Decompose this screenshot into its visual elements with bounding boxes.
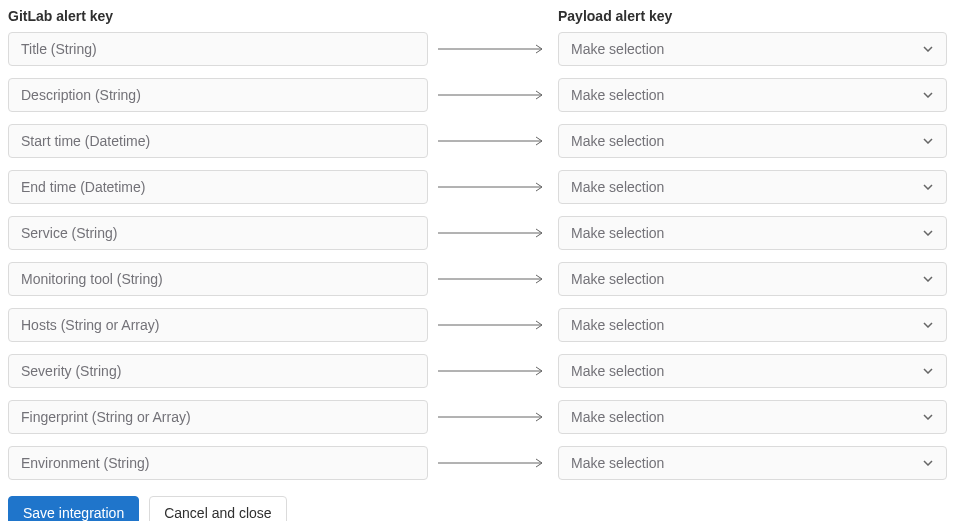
payload-select-label: Make selection xyxy=(571,271,664,287)
gitlab-alert-key-field: Severity (String) xyxy=(8,354,428,388)
mapping-row: Description (String)Make selection xyxy=(8,78,947,112)
arrow-right-icon xyxy=(428,320,558,330)
payload-alert-key-select[interactable]: Make selection xyxy=(558,32,947,66)
mapping-row: Severity (String)Make selection xyxy=(8,354,947,388)
gitlab-alert-key-field: Service (String) xyxy=(8,216,428,250)
chevron-down-icon xyxy=(922,181,934,193)
arrow-right-icon xyxy=(428,136,558,146)
arrow-right-icon xyxy=(428,182,558,192)
gitlab-alert-key-field: Hosts (String or Array) xyxy=(8,308,428,342)
payload-key-header: Payload alert key xyxy=(558,8,947,24)
gitlab-alert-key-field: Fingerprint (String or Array) xyxy=(8,400,428,434)
mapping-row: Title (String)Make selection xyxy=(8,32,947,66)
mapping-row: Environment (String)Make selection xyxy=(8,446,947,480)
payload-alert-key-select[interactable]: Make selection xyxy=(558,400,947,434)
save-integration-button[interactable]: Save integration xyxy=(8,496,139,521)
payload-select-label: Make selection xyxy=(571,133,664,149)
arrow-right-icon xyxy=(428,458,558,468)
payload-alert-key-select[interactable]: Make selection xyxy=(558,124,947,158)
cancel-and-close-button[interactable]: Cancel and close xyxy=(149,496,286,521)
mapping-row: Monitoring tool (String)Make selection xyxy=(8,262,947,296)
gitlab-alert-key-field: End time (Datetime) xyxy=(8,170,428,204)
header-row: GitLab alert key Payload alert key xyxy=(8,8,947,24)
gitlab-alert-key-field: Title (String) xyxy=(8,32,428,66)
payload-alert-key-select[interactable]: Make selection xyxy=(558,446,947,480)
payload-select-label: Make selection xyxy=(571,317,664,333)
payload-select-label: Make selection xyxy=(571,409,664,425)
arrow-right-icon xyxy=(428,228,558,238)
mapping-row: End time (Datetime)Make selection xyxy=(8,170,947,204)
gitlab-key-header: GitLab alert key xyxy=(8,8,428,24)
arrow-right-icon xyxy=(428,274,558,284)
payload-select-label: Make selection xyxy=(571,455,664,471)
chevron-down-icon xyxy=(922,89,934,101)
arrow-right-icon xyxy=(428,366,558,376)
payload-alert-key-select[interactable]: Make selection xyxy=(558,216,947,250)
chevron-down-icon xyxy=(922,273,934,285)
payload-alert-key-select[interactable]: Make selection xyxy=(558,308,947,342)
chevron-down-icon xyxy=(922,227,934,239)
mapping-row: Hosts (String or Array)Make selection xyxy=(8,308,947,342)
payload-alert-key-select[interactable]: Make selection xyxy=(558,170,947,204)
gitlab-alert-key-field: Environment (String) xyxy=(8,446,428,480)
mapping-row: Fingerprint (String or Array)Make select… xyxy=(8,400,947,434)
gitlab-alert-key-field: Monitoring tool (String) xyxy=(8,262,428,296)
payload-alert-key-select[interactable]: Make selection xyxy=(558,262,947,296)
chevron-down-icon xyxy=(922,411,934,423)
payload-select-label: Make selection xyxy=(571,41,664,57)
payload-select-label: Make selection xyxy=(571,363,664,379)
arrow-right-icon xyxy=(428,90,558,100)
chevron-down-icon xyxy=(922,457,934,469)
arrow-right-icon xyxy=(428,412,558,422)
chevron-down-icon xyxy=(922,43,934,55)
button-row: Save integration Cancel and close xyxy=(8,496,947,521)
payload-select-label: Make selection xyxy=(571,225,664,241)
payload-alert-key-select[interactable]: Make selection xyxy=(558,78,947,112)
payload-alert-key-select[interactable]: Make selection xyxy=(558,354,947,388)
chevron-down-icon xyxy=(922,135,934,147)
mapping-row: Start time (Datetime)Make selection xyxy=(8,124,947,158)
gitlab-alert-key-field: Start time (Datetime) xyxy=(8,124,428,158)
arrow-right-icon xyxy=(428,44,558,54)
chevron-down-icon xyxy=(922,365,934,377)
chevron-down-icon xyxy=(922,319,934,331)
payload-select-label: Make selection xyxy=(571,87,664,103)
mapping-row: Service (String)Make selection xyxy=(8,216,947,250)
gitlab-alert-key-field: Description (String) xyxy=(8,78,428,112)
alert-mapping-table: GitLab alert key Payload alert key Title… xyxy=(8,8,947,480)
payload-select-label: Make selection xyxy=(571,179,664,195)
